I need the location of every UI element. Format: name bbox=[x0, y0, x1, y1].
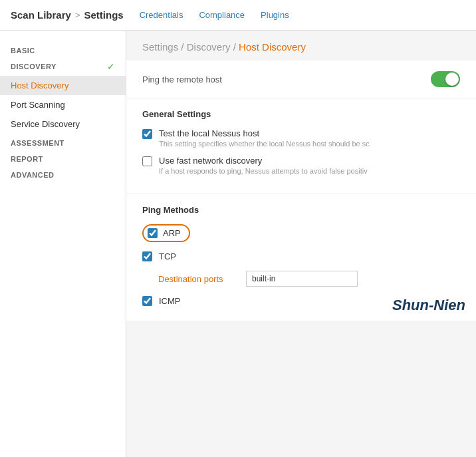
fast-network-discovery-desc: If a host responds to ping, Nessus attem… bbox=[159, 167, 368, 175]
icmp-checkbox[interactable] bbox=[142, 296, 152, 306]
chevron-down-icon: ✓ bbox=[107, 61, 115, 72]
tab-plugins[interactable]: Plugins bbox=[261, 7, 289, 23]
sidebar-item-host-discovery[interactable]: Host Discovery bbox=[0, 76, 126, 95]
sidebar-section-basic: BASIC bbox=[0, 41, 126, 57]
fast-network-discovery-content: Use fast network discovery If a host res… bbox=[159, 156, 368, 175]
toggle-label: Ping the remote host bbox=[142, 75, 222, 84]
sidebar-item-service-discovery[interactable]: Service Discovery bbox=[0, 114, 126, 134]
test-local-nessus-desc: This setting specifies whether the local… bbox=[159, 140, 370, 148]
layout: BASIC DISCOVERY ✓ Host Discovery Port Sc… bbox=[0, 31, 476, 457]
tab-credentials[interactable]: Credentials bbox=[140, 7, 183, 23]
breadcrumb-sep2: / bbox=[231, 41, 239, 53]
main-content: Settings / Discovery / Host Discovery Pi… bbox=[126, 31, 476, 457]
breadcrumb-settings: Settings bbox=[142, 41, 178, 53]
breadcrumb-discovery: Discovery bbox=[187, 41, 231, 53]
brand-link[interactable]: Scan Library bbox=[11, 9, 71, 21]
arp-row: ARP bbox=[142, 224, 460, 242]
main-wrapper: Settings / Discovery / Host Discovery Pi… bbox=[126, 31, 476, 321]
top-nav-tabs: Credentials Compliance Plugins bbox=[140, 7, 289, 23]
tcp-checkbox[interactable] bbox=[142, 251, 152, 261]
dest-ports-row: Destination ports bbox=[142, 271, 460, 287]
arp-label: ARP bbox=[163, 228, 181, 238]
icmp-row: ICMP bbox=[142, 296, 460, 306]
toggle-panel: Ping the remote host bbox=[126, 61, 476, 98]
breadcrumb: Settings / Discovery / Host Discovery bbox=[126, 31, 476, 61]
fast-network-discovery-checkbox[interactable] bbox=[142, 156, 152, 166]
sidebar-section-advanced: ADVANCED bbox=[0, 166, 126, 182]
dest-ports-label: Destination ports bbox=[158, 274, 238, 284]
sidebar: BASIC DISCOVERY ✓ Host Discovery Port Sc… bbox=[0, 31, 126, 457]
sidebar-item-port-scanning[interactable]: Port Scanning bbox=[0, 95, 126, 114]
tcp-label: TCP bbox=[159, 251, 176, 261]
test-local-nessus-content: Test the local Nessus host This setting … bbox=[159, 128, 370, 148]
toggle-knob bbox=[445, 73, 459, 86]
sidebar-section-report: REPORT bbox=[0, 150, 126, 166]
icmp-label: ICMP bbox=[159, 296, 181, 306]
nav-current: Settings bbox=[84, 9, 123, 21]
breadcrumb-host-discovery: Host Discovery bbox=[239, 41, 306, 53]
tcp-row: TCP bbox=[142, 251, 460, 261]
arp-checkbox[interactable] bbox=[148, 228, 158, 238]
fast-network-discovery-row: Use fast network discovery If a host res… bbox=[142, 156, 460, 175]
sidebar-discovery-header: DISCOVERY ✓ bbox=[0, 57, 126, 76]
test-local-nessus-row: Test the local Nessus host This setting … bbox=[142, 128, 460, 148]
ping-remote-host-row: Ping the remote host bbox=[126, 61, 476, 98]
tab-compliance[interactable]: Compliance bbox=[199, 7, 245, 23]
test-local-nessus-checkbox[interactable] bbox=[142, 129, 152, 139]
ping-toggle[interactable] bbox=[431, 71, 460, 87]
ping-methods-title: Ping Methods bbox=[142, 205, 460, 215]
general-settings-title: General Settings bbox=[142, 109, 460, 119]
breadcrumb-sep1: / bbox=[178, 41, 187, 53]
ping-methods-section: Ping Methods ARP TCP Destination ports bbox=[126, 194, 476, 321]
sidebar-section-discovery-label: DISCOVERY bbox=[11, 63, 57, 71]
test-local-nessus-label: Test the local Nessus host bbox=[159, 128, 370, 138]
sidebar-section-assessment: ASSESSMENT bbox=[0, 134, 126, 150]
fast-network-discovery-label: Use fast network discovery bbox=[159, 156, 368, 166]
general-settings-section: General Settings Test the local Nessus h… bbox=[126, 98, 476, 194]
arp-highlight: ARP bbox=[142, 224, 190, 242]
dest-ports-input[interactable] bbox=[246, 271, 358, 287]
nav-separator: > bbox=[75, 10, 80, 20]
top-nav: Scan Library > Settings Credentials Comp… bbox=[0, 0, 476, 31]
